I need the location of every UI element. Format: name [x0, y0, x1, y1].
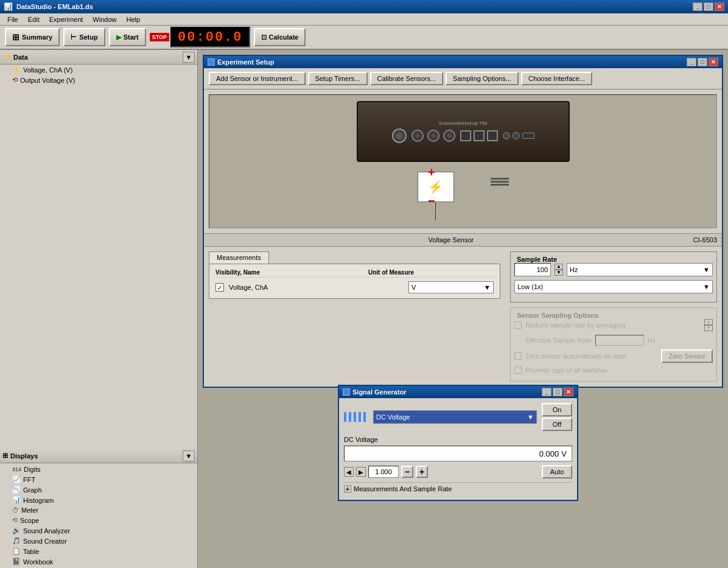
- digital-connectors: [460, 130, 498, 141]
- meter-icon: ⏱: [12, 507, 19, 514]
- experiment-window-titlebar: Experiment Setup _ □ ✕: [204, 56, 722, 68]
- add-sensor-btn[interactable]: Add Sensor or Instrument...: [209, 72, 306, 85]
- sensor-voltage-box[interactable]: +⚡−: [418, 172, 454, 202]
- sensor-a-container[interactable]: +⚡−: [418, 172, 454, 220]
- expand-icon: +: [344, 485, 351, 493]
- output-port[interactable]: [522, 133, 534, 139]
- waveform-dropdown-arrow: ▼: [527, 413, 534, 421]
- sample-rate-input[interactable]: 100: [514, 263, 551, 276]
- auto-btn[interactable]: Auto: [542, 465, 572, 479]
- display-item-graph[interactable]: 📉 Graph: [0, 485, 197, 495]
- channel-a-connector[interactable]: [411, 130, 424, 142]
- device-area: ScienceWorkshop 750: [209, 94, 717, 228]
- calculate-button[interactable]: ⊡ Calculate: [254, 28, 306, 46]
- output-connectors: [503, 132, 534, 139]
- minus-btn[interactable]: −: [401, 466, 413, 478]
- signal-window-titlebar: Signal Generator _ □ ✕: [339, 386, 577, 398]
- table-icon: 📋: [12, 547, 21, 555]
- signal-top-row: DC Voltage ▼ On Off: [344, 403, 572, 431]
- display-item-fft[interactable]: 📈 FFT: [0, 474, 197, 485]
- hz-unit-dropdown[interactable]: Hz ▼: [567, 263, 713, 276]
- menu-file[interactable]: File: [2, 15, 23, 24]
- low-dropdown-arrow: ▼: [703, 283, 710, 290]
- signal-restore-btn[interactable]: □: [553, 388, 562, 396]
- experiment-window-controls: _ □ ✕: [687, 58, 718, 66]
- plus-btn[interactable]: +: [416, 466, 428, 478]
- step-input[interactable]: 1.000: [368, 466, 399, 478]
- sensor-sampling-legend: Sensor Sampling Options: [514, 312, 601, 319]
- display-item-sound-analyzer[interactable]: 🔊 Sound Analyzer: [0, 525, 197, 536]
- on-off-buttons: On Off: [542, 403, 572, 431]
- maximize-btn[interactable]: □: [704, 2, 713, 11]
- channel-b-connector[interactable]: [427, 130, 439, 142]
- sampling-options-btn[interactable]: Sampling Options...: [446, 72, 519, 85]
- visibility-header: Visibility, Name: [215, 269, 289, 276]
- signal-window-icon: [343, 388, 350, 396]
- display-item-meter[interactable]: ⏱ Meter: [0, 505, 197, 515]
- setup-button[interactable]: ⊢ Setup: [63, 28, 105, 46]
- display-item-table[interactable]: 📋 Table: [0, 546, 197, 556]
- tab-bar: Measurements: [209, 251, 500, 264]
- menu-window[interactable]: Window: [88, 15, 121, 24]
- experiment-restore-btn[interactable]: □: [698, 58, 707, 66]
- effective-rate-label: Effective Sample Rate: [514, 337, 592, 344]
- output-connector-1[interactable]: [503, 132, 510, 139]
- display-item-histogram[interactable]: 📊 Histogram: [0, 495, 197, 505]
- zero-sensor-label: Zero sensor automatically on start: [525, 352, 626, 360]
- data-dropdown-btn[interactable]: ▼: [183, 52, 195, 63]
- signal-close-btn[interactable]: ✕: [564, 388, 573, 396]
- displays-panel-header: ⊞ Displays ▼: [0, 449, 197, 463]
- start-button[interactable]: ▶ Start: [109, 28, 146, 46]
- unit-dropdown-voltage[interactable]: V ▼: [408, 281, 494, 293]
- experiment-close-btn[interactable]: ✕: [709, 58, 718, 66]
- timer-display: 00:00.0: [170, 27, 250, 47]
- menu-edit[interactable]: Edit: [23, 15, 44, 24]
- next-arrow-btn[interactable]: ▶: [356, 467, 366, 477]
- dc-voltage-display[interactable]: 0.000 V: [344, 446, 572, 461]
- indicator-line-1: [491, 178, 509, 180]
- tab-measurements[interactable]: Measurements: [209, 251, 269, 264]
- digital-1-connector[interactable]: [460, 130, 471, 141]
- prev-arrow-btn[interactable]: ◀: [344, 467, 354, 477]
- digital-2-connector[interactable]: [474, 130, 485, 141]
- expand-measurements-row[interactable]: + Measurements And Sample Rate: [344, 482, 572, 495]
- setup-timers-btn[interactable]: Setup Timers...: [308, 72, 368, 85]
- sample-rate-up-btn[interactable]: ▲: [555, 264, 563, 270]
- waveform-select[interactable]: DC Voltage ▼: [373, 410, 537, 424]
- display-item-workbook[interactable]: 📓 Workbook: [0, 556, 197, 567]
- experiment-minimize-btn[interactable]: _: [687, 58, 696, 66]
- workbook-icon: 📓: [12, 558, 21, 566]
- reduce-spin-btns: ▲ ▼: [704, 319, 713, 331]
- reduce-sample-label: Reduce sample rate by averaging: [525, 321, 625, 329]
- summary-button[interactable]: ⊞ Summary: [5, 28, 60, 46]
- fft-icon: 📈: [12, 475, 21, 483]
- waveform-icon: [344, 412, 368, 422]
- choose-interface-btn[interactable]: Choose Interface...: [521, 72, 592, 85]
- display-item-digits[interactable]: 314 Digits: [0, 465, 197, 474]
- menu-help[interactable]: Help: [121, 15, 145, 24]
- calculate-icon: ⊡: [261, 33, 267, 41]
- voltage-sensor-symbol: +⚡−: [428, 166, 443, 208]
- minimize-btn[interactable]: _: [693, 2, 702, 11]
- digital-3-connector[interactable]: [487, 130, 498, 141]
- display-item-scope[interactable]: ⟲ Scope: [0, 515, 197, 525]
- measurements-table: Visibility, Name Unit of Measure Voltage…: [209, 264, 500, 299]
- display-item-sound-creator[interactable]: 🎵 Sound Creator: [0, 536, 197, 546]
- output-connector-2[interactable]: [513, 132, 520, 139]
- signal-minimize-btn[interactable]: _: [542, 388, 551, 396]
- calibrate-sensors-btn[interactable]: Calibrate Sensors...: [370, 72, 444, 85]
- voltage-cha-checkbox[interactable]: [215, 283, 224, 292]
- close-btn[interactable]: ✕: [715, 2, 724, 11]
- menu-experiment[interactable]: Experiment: [44, 15, 88, 24]
- data-item-voltage-cha[interactable]: ⚡ Voltage, ChA (V): [0, 65, 197, 75]
- zero-sensor-btn[interactable]: Zero Sensor: [661, 349, 713, 363]
- sensor-name-label: Voltage Sensor: [209, 236, 693, 244]
- low-1x-dropdown[interactable]: Low (1x) ▼: [514, 280, 713, 293]
- sample-rate-down-btn[interactable]: ▼: [555, 270, 563, 276]
- channel-c-connector[interactable]: [443, 130, 455, 142]
- output-voltage-icon: ⟲: [12, 76, 18, 84]
- signal-off-btn[interactable]: Off: [542, 418, 572, 431]
- signal-on-btn[interactable]: On: [542, 403, 572, 416]
- data-item-output-voltage[interactable]: ⟲ Output Voltage (V): [0, 75, 197, 85]
- displays-dropdown-btn[interactable]: ▼: [183, 451, 195, 461]
